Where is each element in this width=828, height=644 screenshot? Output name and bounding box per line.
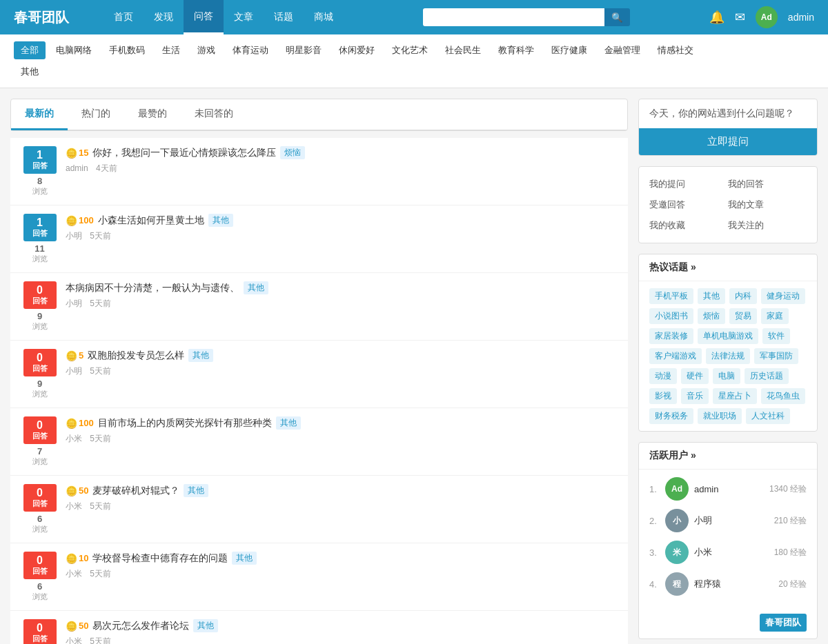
hot-tag[interactable]: 历史话题 xyxy=(745,368,789,384)
hot-tag[interactable]: 内科 xyxy=(729,288,757,304)
hot-tag[interactable]: 花鸟鱼虫 xyxy=(761,388,805,404)
hot-tag[interactable]: 星座占卜 xyxy=(713,388,757,404)
cat-education[interactable]: 教育科学 xyxy=(491,41,541,59)
hot-tag[interactable]: 音乐 xyxy=(681,388,709,404)
nav-home[interactable]: 首页 xyxy=(103,0,144,34)
user-name[interactable]: 小米 xyxy=(694,546,774,559)
q-meta: 小明 5天前 xyxy=(66,230,618,242)
user-exp: 20 经验 xyxy=(778,578,807,590)
site-logo[interactable]: 春哥团队 xyxy=(14,8,83,27)
q-title-row: 🪙100 目前市场上的内质网荧光探针有那些种类 其他 xyxy=(66,416,618,430)
q-title[interactable]: 学校督导检查中德育存在的问题 xyxy=(92,552,228,565)
cat-other[interactable]: 其他 xyxy=(14,63,46,81)
sidebar-link[interactable]: 我关注的 xyxy=(728,215,807,236)
sidebar-link[interactable]: 我的回答 xyxy=(728,174,807,194)
hot-tag[interactable]: 军事国防 xyxy=(754,348,798,364)
q-tag[interactable]: 其他 xyxy=(244,281,268,294)
answer-stat: 1 回答 xyxy=(23,146,57,174)
answer-count: 0 xyxy=(37,487,43,499)
nav-qa[interactable]: 问答 xyxy=(184,0,224,34)
cat-sports[interactable]: 体育运动 xyxy=(226,41,275,59)
hot-tag[interactable]: 贸易 xyxy=(729,308,757,324)
hot-tag[interactable]: 影视 xyxy=(649,388,677,404)
nav-shop[interactable]: 商城 xyxy=(304,0,344,34)
active-users-list: 1. Ad admin 1340 经验 2. 小 小明 210 经验 3. 米 … xyxy=(639,470,817,607)
hot-tag[interactable]: 家庭 xyxy=(761,308,789,324)
hot-tag[interactable]: 健身运动 xyxy=(761,288,805,304)
hot-tag[interactable]: 小说图书 xyxy=(649,308,693,324)
q-title[interactable]: 麦芽破碎机对辊式？ xyxy=(92,485,179,497)
tab-latest[interactable]: 最新的 xyxy=(11,99,68,130)
q-tag[interactable]: 其他 xyxy=(232,552,257,565)
user-rank: 3. xyxy=(649,547,660,558)
hot-tag[interactable]: 电脑 xyxy=(713,368,740,384)
hot-tag[interactable]: 软件 xyxy=(762,328,790,344)
cat-computer[interactable]: 电脑网络 xyxy=(49,41,99,59)
sidebar-link[interactable]: 受邀回答 xyxy=(649,194,728,215)
hot-tag[interactable]: 家居装修 xyxy=(649,328,693,344)
cat-finance[interactable]: 金融管理 xyxy=(598,41,647,59)
nav-article[interactable]: 文章 xyxy=(224,0,264,34)
sidebar-link[interactable]: 我的文章 xyxy=(728,194,807,215)
hot-tag[interactable]: 法律法规 xyxy=(706,348,750,364)
nav-topic[interactable]: 话题 xyxy=(264,0,304,34)
username[interactable]: admin xyxy=(788,12,814,23)
cat-entertainment[interactable]: 明星影音 xyxy=(279,41,328,59)
hot-tag[interactable]: 财务税务 xyxy=(649,408,693,424)
cat-game[interactable]: 游戏 xyxy=(190,41,222,59)
q-points: 🪙5 xyxy=(66,350,83,361)
cat-culture[interactable]: 文化艺术 xyxy=(385,41,435,59)
hot-tag[interactable]: 就业职场 xyxy=(698,408,742,424)
cat-health[interactable]: 医疗健康 xyxy=(544,41,594,59)
q-tag[interactable]: 其他 xyxy=(276,416,301,430)
tab-unanswered[interactable]: 未回答的 xyxy=(181,99,247,130)
search-button[interactable]: 🔍 xyxy=(604,8,630,26)
q-body: 🪙5 双胞胎投发专员怎么样 其他 小明 5天前 xyxy=(66,349,618,377)
tab-hot[interactable]: 热门的 xyxy=(68,99,124,130)
hot-tag[interactable]: 人文社科 xyxy=(746,408,790,424)
q-tag[interactable]: 其他 xyxy=(193,619,218,632)
search-input[interactable] xyxy=(423,8,604,26)
answer-count: 0 xyxy=(37,285,43,296)
cat-society[interactable]: 社会民生 xyxy=(438,41,488,59)
cat-all[interactable]: 全部 xyxy=(14,41,46,59)
q-tag[interactable]: 其他 xyxy=(184,484,208,497)
sidebar-link[interactable]: 我的收藏 xyxy=(649,215,728,236)
mail-icon[interactable]: ✉ xyxy=(735,10,745,25)
cat-emotion[interactable]: 情感社交 xyxy=(651,41,700,59)
q-meta: 小米 5天前 xyxy=(66,636,618,644)
q-author: 小明 xyxy=(66,231,82,241)
q-title[interactable]: 易次元怎么发作者论坛 xyxy=(92,620,189,632)
q-title[interactable]: 你好，我想问一下最近心情烦躁该怎么降压 xyxy=(92,147,276,159)
ask-button[interactable]: 立即提问 xyxy=(639,128,817,155)
hot-tag[interactable]: 客户端游戏 xyxy=(649,348,702,364)
hot-tag[interactable]: 烦恼 xyxy=(698,308,725,324)
cat-mobile[interactable]: 手机数码 xyxy=(102,41,152,59)
cat-life[interactable]: 生活 xyxy=(155,41,187,59)
notification-icon[interactable]: 🔔 xyxy=(709,10,724,25)
hot-tag[interactable]: 单机电脑游戏 xyxy=(698,328,758,344)
q-title[interactable]: 小森生活如何开垦黄土地 xyxy=(98,214,204,227)
coin-icon: 🪙 xyxy=(66,621,77,632)
category-bar: 全部 电脑网络 手机数码 生活 游戏 体育运动 明星影音 休闲爱好 文化艺术 社… xyxy=(0,34,828,88)
hot-tag[interactable]: 其他 xyxy=(698,288,725,304)
q-tag[interactable]: 其他 xyxy=(188,349,213,362)
q-points: 🪙100 xyxy=(66,215,94,226)
hot-tag[interactable]: 动漫 xyxy=(649,368,677,384)
answer-stat: 0 回答 xyxy=(23,416,57,444)
nav-discover[interactable]: 发现 xyxy=(144,0,184,34)
avatar[interactable]: Ad xyxy=(756,6,778,28)
q-title[interactable]: 双胞胎投发专员怎么样 xyxy=(88,350,184,362)
hot-tag[interactable]: 硬件 xyxy=(681,368,709,384)
q-title[interactable]: 目前市场上的内质网荧光探针有那些种类 xyxy=(98,417,272,430)
user-name[interactable]: 程序猿 xyxy=(694,578,778,590)
q-title[interactable]: 本病病因不十分清楚，一般认为与遗传、 xyxy=(66,282,239,294)
cat-leisure[interactable]: 休闲爱好 xyxy=(332,41,382,59)
user-name[interactable]: admin xyxy=(694,484,769,494)
tab-best[interactable]: 最赞的 xyxy=(124,99,181,130)
q-tag[interactable]: 其他 xyxy=(208,214,233,227)
q-tag[interactable]: 烦恼 xyxy=(280,146,305,159)
user-name[interactable]: 小明 xyxy=(694,514,774,527)
hot-tag[interactable]: 手机平板 xyxy=(649,288,693,304)
sidebar-link[interactable]: 我的提问 xyxy=(649,174,728,194)
